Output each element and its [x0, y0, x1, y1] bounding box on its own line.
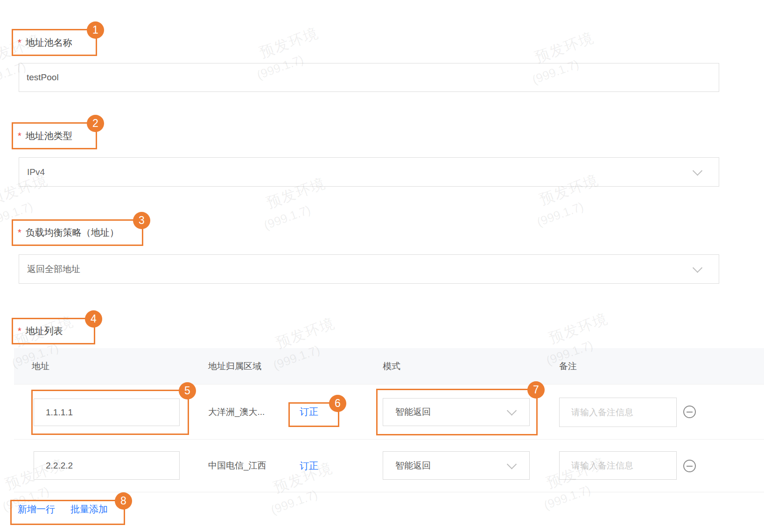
header-mode: 模式 [383, 348, 400, 384]
pool-name-label: * 地址池名称 [18, 29, 72, 56]
remark-input[interactable] [560, 398, 688, 427]
annotation-badge-4: 4 [85, 310, 102, 328]
minus-bar [687, 412, 693, 413]
pool-name-label-text: 地址池名称 [26, 36, 72, 49]
remark-field [559, 398, 677, 427]
remark-input[interactable] [560, 452, 688, 479]
correct-link[interactable]: 订正 [300, 385, 318, 439]
lb-strategy-select[interactable]: 返回全部地址 [19, 254, 719, 284]
address-input[interactable] [34, 399, 191, 426]
chevron-down-icon [507, 406, 517, 415]
chevron-down-icon [693, 166, 702, 175]
header-region: 地址归属区域 [208, 348, 261, 384]
header-remark: 备注 [559, 348, 577, 384]
pool-type-value: IPv4 [27, 167, 45, 177]
table-actions: 新增一行 批量添加 [18, 503, 108, 516]
annotation-badge-2: 2 [87, 115, 104, 132]
required-asterisk: * [18, 37, 21, 48]
remove-row-icon[interactable] [683, 460, 696, 472]
mode-select[interactable]: 智能返回 [383, 398, 530, 426]
lb-strategy-label: * 负载均衡策略（地址） [18, 219, 119, 246]
pool-type-label: * 地址池类型 [18, 122, 72, 149]
mode-value: 智能返回 [395, 406, 431, 418]
add-row-link[interactable]: 新增一行 [18, 503, 55, 516]
annotation-badge-3: 3 [133, 212, 150, 229]
pool-type-label-text: 地址池类型 [26, 130, 72, 142]
address-list-label: * 地址列表 [18, 318, 63, 344]
region-text: 中国电信_江西 [208, 440, 266, 492]
address-list-label-text: 地址列表 [26, 325, 63, 337]
minus-bar [687, 466, 693, 467]
pool-type-select[interactable]: IPv4 [19, 157, 719, 187]
correct-link[interactable]: 订正 [300, 440, 318, 492]
batch-add-link[interactable]: 批量添加 [70, 503, 108, 516]
remark-field [559, 451, 677, 480]
chevron-down-icon [507, 459, 517, 469]
lb-strategy-label-text: 负载均衡策略（地址） [26, 226, 119, 239]
table-row: 大洋洲_澳大... 订正 智能返回 [14, 385, 764, 440]
required-asterisk: * [18, 326, 21, 336]
required-asterisk: * [18, 227, 21, 238]
address-field [34, 451, 180, 480]
address-table-header: 地址 地址归属区域 模式 备注 [14, 348, 764, 385]
annotation-badge-1: 1 [87, 21, 104, 39]
header-address: 地址 [32, 348, 49, 384]
annotation-badge-8: 8 [115, 492, 132, 510]
address-field [34, 399, 180, 426]
address-table: 地址 地址归属区域 模式 备注 大洋洲_澳大... 订正 智能返回 中国电信_江… [14, 348, 764, 492]
table-row: 中国电信_江西 订正 智能返回 [14, 440, 764, 492]
required-asterisk: * [18, 131, 21, 141]
region-text: 大洋洲_澳大... [208, 385, 265, 439]
remove-row-icon[interactable] [683, 406, 696, 418]
pool-name-field [19, 63, 719, 92]
pool-name-input[interactable] [19, 63, 719, 91]
chevron-down-icon [693, 263, 702, 273]
mode-value: 智能返回 [395, 460, 431, 472]
mode-select[interactable]: 智能返回 [383, 451, 530, 480]
lb-strategy-value: 返回全部地址 [27, 263, 80, 275]
address-input[interactable] [34, 452, 191, 479]
